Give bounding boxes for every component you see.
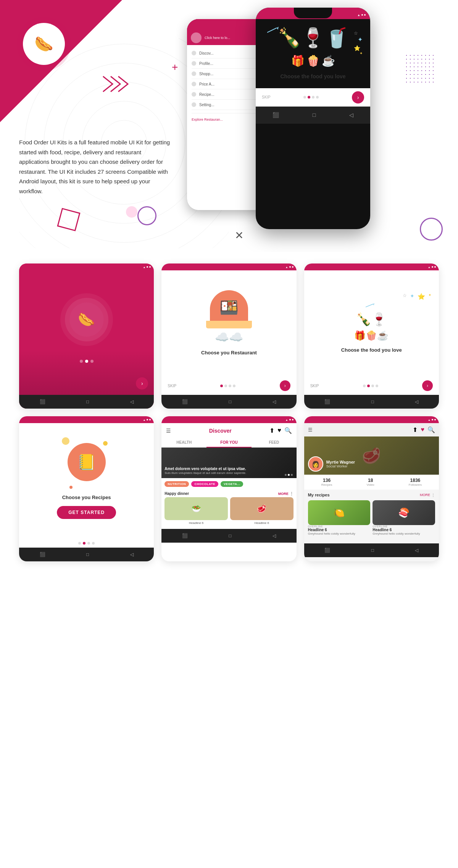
profile-topbar: ☰ ⬆ ♥ 🔍 — [304, 423, 439, 436]
phone-mockup-area: Click here to lo... Discov... Profile...… — [179, 8, 447, 244]
food-illustration: 🍾🍷🥤 — [277, 27, 348, 49]
phone-front-mockup: ▲ ☆ ✦ ⭐ ✦ — [256, 8, 370, 229]
food-star-deco: ☆ ✦ ⭐ ✦ — [403, 293, 431, 300]
profile-heart-icon[interactable]: ♥ — [421, 426, 424, 433]
profile-search-icon[interactable]: 🔍 — [427, 426, 435, 433]
onboard-restaurant-content: 🍱 ☁️☁️ Choose you Restaurant — [161, 270, 296, 377]
profile-name-text: Myrtie Wagner — [326, 460, 355, 464]
search-icon-discover[interactable]: 🔍 — [284, 427, 292, 434]
my-recipes-more-link[interactable]: MORE — [420, 493, 430, 497]
pink-blob-deco — [126, 206, 137, 218]
onboard-restaurant-card: ▲ 🍱 ☁️☁️ Choose you Restaurant SKIP — [161, 263, 296, 409]
avatar-emoji: 👩 — [312, 461, 319, 468]
recent-btn-splash[interactable]: ◁ — [130, 399, 134, 404]
banner-text-block: Amet dolorem vero voluptate et ut ipsa v… — [164, 466, 246, 475]
phone-footer: SKIP › — [256, 88, 370, 107]
stat-recipes-label: Recipes — [321, 483, 332, 487]
recent-nav-btn[interactable]: ◁ — [349, 112, 353, 118]
discover-action-icons: ⬆ ♥ 🔍 — [269, 427, 292, 434]
more-dots-icon[interactable]: ⋮ — [290, 491, 294, 496]
recipe-thumb-bg-1: 🍋 — [308, 500, 371, 525]
onboard-food-title: Choose the food you love — [341, 347, 402, 354]
chip-chocolate[interactable]: CHOCOLATE — [191, 481, 218, 487]
bottom-nav-bar: ⬛ □ ◁ — [256, 107, 370, 124]
hamburger-icon[interactable]: ☰ — [166, 428, 171, 434]
recipe-illustration-wrapper: 📒 — [68, 443, 106, 487]
stat-video: 18 Video — [366, 478, 374, 487]
profile-action-icons: ⬆ ♥ 🔍 — [413, 426, 435, 433]
tag-chips: NUTRITION CHOCOLATE VEGETA... — [161, 478, 296, 490]
splash-dot-2 — [85, 360, 88, 363]
home-nav-btn[interactable]: □ — [313, 112, 316, 118]
onboard-footer-2: SKIP › — [304, 377, 439, 395]
splash-content: 🌭 — [19, 270, 154, 395]
my-recipes-dots-icon[interactable]: ⋮ — [431, 493, 435, 497]
status-bar-onboard2: ▲ — [304, 263, 439, 270]
onboard-dots-1 — [220, 385, 235, 387]
profile-stats-bar: 136 Recipes 18 Video 1836 Followers — [304, 475, 439, 490]
recipe-thumbnails: 🍋 OVERLINE Headline 6 Greyhound hello co… — [304, 500, 439, 536]
screens-row-2: ▲ 📒 Choose you Recipes GET STARTED — [19, 416, 439, 561]
more-link[interactable]: MORE — [278, 492, 289, 496]
onboard-next-btn-2[interactable]: › — [422, 380, 433, 391]
svg-line-7 — [267, 28, 277, 32]
shooting-star-deco — [267, 27, 282, 36]
phone-front-content: ☆ ✦ ⭐ ✦ 🍾🍷🥤 🎁🍿☕ Choose the food you l — [256, 19, 370, 88]
profile-share-icon[interactable]: ⬆ — [413, 426, 418, 433]
screens-row-1: ▲ 🌭 › ⬛ □ ◁ — [19, 263, 439, 409]
bottom-nav-discover: ⬛ □ ◁ — [161, 529, 296, 543]
status-bar-recipe: ▲ — [19, 416, 154, 423]
food-thumb-2: 🥩 — [230, 497, 294, 520]
splash-dot-1 — [80, 360, 83, 363]
skip-link-2[interactable]: SKIP — [310, 384, 319, 388]
discover-screen-card: ▲ ☰ Discover ⬆ ♥ 🔍 HEALTH FOR YOU FEED — [161, 416, 296, 561]
back-nav-btn[interactable]: ⬛ — [273, 112, 279, 118]
recipe-thumb-bg-2: 🍣 — [373, 500, 435, 525]
tab-feed[interactable]: FEED — [252, 438, 297, 447]
bottom-nav-onboard2: ⬛ □ ◁ — [304, 395, 439, 409]
splash-logo-icon: 🌭 — [78, 312, 95, 328]
profile-role-text: Social Worker — [326, 464, 355, 468]
splash-pagination — [80, 360, 94, 363]
showcase-section: ▲ 🌭 › ⬛ □ ◁ — [0, 252, 458, 580]
onboard-footer-1: SKIP › — [161, 377, 296, 395]
deco-dot-yellow — [103, 441, 108, 446]
recipe-footer-dots — [19, 539, 154, 548]
heart-icon[interactable]: ♥ — [277, 427, 281, 434]
onboard-next-btn-1[interactable]: › — [280, 380, 290, 391]
tab-health[interactable]: HEALTH — [161, 438, 206, 447]
recipe-screen-card: ▲ 📒 Choose you Recipes GET STARTED — [19, 416, 154, 561]
svg-line-9 — [366, 304, 373, 307]
explore-label[interactable]: Explore Restauran... — [192, 118, 223, 121]
home-btn-splash[interactable]: □ — [86, 399, 89, 404]
status-bar-profile: ▲ — [304, 416, 439, 423]
splash-screen-card: ▲ 🌭 › ⬛ □ ◁ — [19, 263, 154, 409]
stat-recipes-num: 136 — [321, 478, 332, 483]
chip-nutrition[interactable]: NUTRITION — [164, 481, 189, 487]
star-decorations: ☆ ✦ ⭐ ✦ — [354, 31, 363, 55]
food-label-1: Headline 6 — [164, 520, 228, 526]
circle-outline-deco — [137, 206, 156, 225]
recipe-thumb-1: 🍋 — [308, 500, 371, 525]
skip-link-1[interactable]: SKIP — [168, 384, 176, 388]
recipe-book-circle: 📒 — [68, 443, 106, 481]
discover-tabs: HEALTH FOR YOU FEED — [161, 438, 296, 448]
deco-dot-orange — [69, 486, 73, 489]
profile-hamburger-icon[interactable]: ☰ — [308, 427, 313, 433]
food-label-2: Headline 6 — [230, 520, 294, 526]
discover-title: Discover — [209, 428, 232, 434]
chip-vegeta[interactable]: VEGETA... — [221, 481, 243, 487]
next-button[interactable]: › — [352, 91, 364, 103]
share-icon[interactable]: ⬆ — [269, 427, 274, 434]
banner-pagination — [285, 474, 293, 476]
pagination-dots — [303, 96, 319, 99]
onboard-dots-2 — [363, 385, 378, 387]
deco-dot-small — [62, 437, 69, 445]
food-bottles-display: 🍾🍷 — [356, 312, 387, 327]
tab-for-you[interactable]: FOR YOU — [206, 438, 252, 448]
skip-button[interactable]: SKIP — [262, 95, 271, 99]
get-started-button[interactable]: GET STARTED — [57, 506, 116, 519]
back-btn-splash[interactable]: ⬛ — [40, 399, 45, 404]
bottom-nav-splash: ⬛ □ ◁ — [19, 395, 154, 409]
profile-hero-section: 🥩 👩 Myrtie Wagner Social Worker — [304, 436, 439, 475]
